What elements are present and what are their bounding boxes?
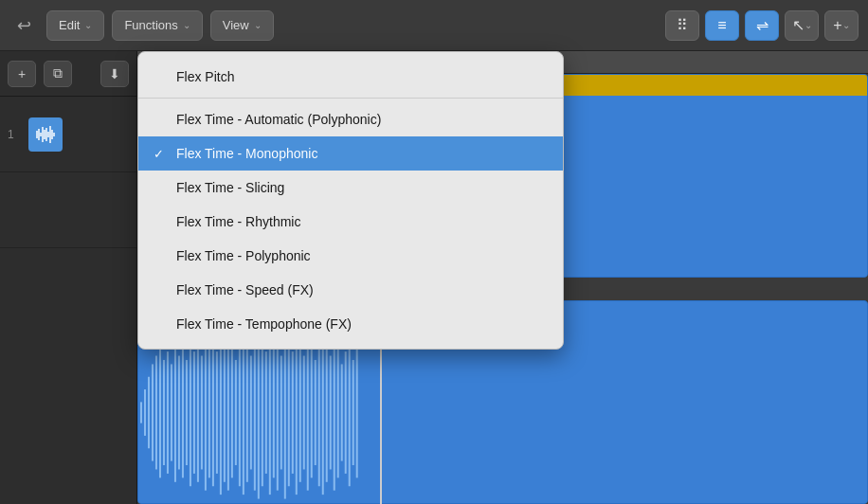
- edit-menu-button[interactable]: Edit ⌄: [46, 10, 104, 41]
- svg-rect-171: [349, 339, 351, 486]
- svg-rect-168: [337, 348, 339, 478]
- svg-rect-173: [356, 348, 358, 478]
- svg-rect-139: [227, 334, 229, 490]
- svg-rect-147: [258, 326, 260, 498]
- svg-rect-118: [148, 377, 150, 449]
- add-tool-button[interactable]: + ⌄: [824, 10, 859, 41]
- duplicate-track-button[interactable]: ⧉: [44, 61, 72, 87]
- import-icon: ⬇: [109, 66, 120, 81]
- grid-view-button[interactable]: ⠿: [665, 10, 699, 41]
- track-waveform-icon: [28, 117, 63, 152]
- menu-item-flex-time-tempophone[interactable]: Flex Time - Tempophone (FX): [138, 307, 563, 341]
- svg-rect-156: [292, 351, 294, 474]
- svg-rect-149: [265, 351, 267, 474]
- svg-rect-136: [216, 351, 218, 474]
- svg-rect-117: [144, 389, 146, 436]
- svg-rect-165: [326, 343, 328, 482]
- svg-rect-122: [163, 360, 165, 465]
- menu-separator: [138, 98, 563, 99]
- svg-rect-127: [182, 348, 184, 478]
- svg-rect-131: [197, 343, 199, 482]
- svg-rect-130: [193, 351, 195, 474]
- track-bottom-row: [0, 172, 136, 248]
- grid-icon: ⠿: [677, 16, 688, 34]
- menu-item-flex-time-polyphonic[interactable]: Flex Time - Polyphonic: [138, 239, 563, 273]
- svg-rect-135: [212, 339, 214, 486]
- menu-item-flex-time-rhythmic[interactable]: Flex Time - Rhythmic: [138, 205, 563, 239]
- svg-rect-138: [224, 343, 226, 482]
- svg-rect-164: [322, 331, 324, 495]
- svg-rect-141: [235, 360, 237, 465]
- import-button[interactable]: ⬇: [100, 61, 129, 87]
- svg-rect-172: [353, 360, 354, 465]
- menu-item-flex-time-automatic[interactable]: Flex Time - Automatic (Polyphonic): [138, 102, 563, 136]
- svg-rect-148: [262, 339, 263, 486]
- svg-rect-124: [171, 364, 172, 460]
- svg-rect-145: [250, 356, 252, 470]
- menu-item-flex-time-slicing[interactable]: Flex Time - Slicing: [138, 171, 563, 205]
- cursor-icon: ↖: [792, 16, 805, 34]
- svg-rect-116: [140, 402, 142, 423]
- svg-rect-137: [220, 331, 222, 495]
- svg-rect-129: [190, 339, 191, 486]
- track-number: 1: [8, 128, 21, 141]
- add-chevron-icon: ⌄: [842, 20, 850, 30]
- edit-chevron-icon: ⌄: [84, 20, 92, 30]
- svg-rect-166: [330, 356, 332, 470]
- svg-rect-154: [284, 326, 286, 498]
- svg-rect-143: [243, 331, 244, 495]
- add-icon: +: [833, 17, 841, 34]
- cursor-tool-button[interactable]: ↖ ⌄: [785, 10, 819, 41]
- svg-rect-134: [208, 348, 210, 478]
- svg-rect-167: [334, 334, 335, 490]
- toolbar-right-group: ⠿ ≡ ⇌ ↖ ⌄ + ⌄: [665, 10, 859, 41]
- add-track-icon: +: [18, 66, 26, 81]
- svg-rect-170: [345, 351, 347, 474]
- svg-rect-146: [254, 334, 256, 490]
- functions-chevron-icon: ⌄: [183, 20, 190, 30]
- svg-rect-144: [246, 343, 248, 482]
- svg-rect-163: [318, 339, 320, 486]
- menu-item-flex-pitch[interactable]: Flex Pitch: [138, 60, 563, 94]
- svg-rect-152: [277, 334, 279, 490]
- svg-rect-151: [273, 348, 275, 478]
- svg-rect-158: [299, 343, 301, 482]
- menu-item-flex-time-speed[interactable]: Flex Time - Speed (FX): [138, 273, 563, 307]
- svg-rect-119: [152, 364, 154, 460]
- functions-label: Functions: [124, 18, 177, 32]
- track-row[interactable]: 1: [0, 97, 136, 172]
- view-chevron-icon: ⌄: [254, 20, 262, 30]
- svg-rect-150: [269, 331, 271, 495]
- svg-rect-157: [296, 331, 298, 495]
- flex-button[interactable]: ⇌: [745, 10, 779, 41]
- svg-rect-120: [155, 356, 157, 470]
- svg-rect-123: [167, 351, 169, 474]
- svg-rect-155: [288, 339, 290, 486]
- svg-rect-132: [201, 356, 203, 470]
- left-toolbar-right: ⬇: [100, 61, 129, 87]
- main-toolbar: ↩ Edit ⌄ Functions ⌄ View ⌄ ⠿ ≡ ⇌ ↖ ⌄ + …: [0, 0, 868, 51]
- functions-menu-button[interactable]: Functions ⌄: [112, 10, 202, 41]
- svg-rect-125: [174, 343, 176, 482]
- svg-rect-128: [186, 360, 188, 465]
- svg-rect-162: [315, 360, 316, 465]
- svg-rect-159: [303, 356, 305, 470]
- list-icon: ≡: [717, 17, 726, 34]
- list-view-button[interactable]: ≡: [705, 10, 739, 41]
- flex-icon: ⇌: [756, 16, 769, 34]
- svg-rect-161: [311, 348, 313, 478]
- flex-mode-menu: Flex PitchFlex Time - Automatic (Polypho…: [137, 51, 564, 350]
- view-menu-button[interactable]: View ⌄: [210, 10, 274, 41]
- svg-rect-140: [231, 348, 233, 478]
- duplicate-icon: ⧉: [53, 65, 63, 81]
- svg-rect-133: [205, 334, 207, 490]
- add-track-button[interactable]: +: [8, 61, 36, 87]
- svg-rect-121: [159, 348, 161, 478]
- svg-rect-142: [239, 339, 241, 486]
- dropdown-overlay: Flex PitchFlex Time - Automatic (Polypho…: [137, 51, 564, 350]
- main-content: + ⧉ ⬇ 1: [0, 51, 868, 504]
- left-toolbar: + ⧉ ⬇: [0, 51, 136, 97]
- undo-button[interactable]: ↩: [9, 11, 39, 40]
- menu-item-flex-time-monophonic[interactable]: Flex Time - Monophonic: [138, 136, 563, 171]
- svg-rect-153: [280, 356, 282, 470]
